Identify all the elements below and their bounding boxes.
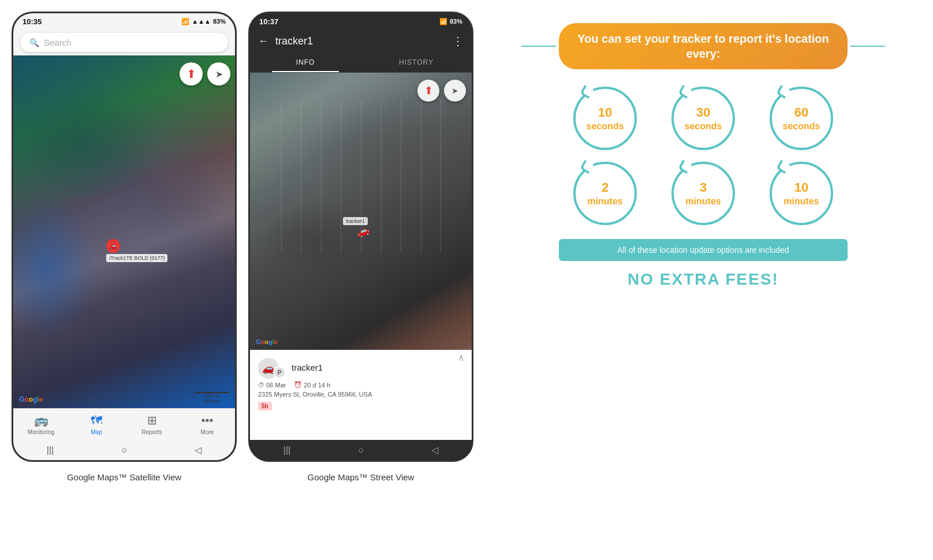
nav-reports-label: Reports bbox=[141, 429, 162, 435]
scale-text-1: 200 mi bbox=[195, 393, 229, 398]
wifi-icon-2: 📶 bbox=[439, 18, 447, 25]
tab-info[interactable]: INFO bbox=[250, 53, 361, 72]
circle-ring-60s: 60 seconds bbox=[770, 87, 833, 150]
info-card: You can set your tracker to report it's … bbox=[485, 12, 921, 300]
info-date: ⏱ 06 Mar bbox=[258, 382, 286, 389]
wifi-icon: 📶 bbox=[181, 18, 189, 25]
panel-handle[interactable]: ∧ bbox=[458, 352, 465, 363]
info-duration: ⏰ 20 d 14 h bbox=[294, 381, 330, 389]
gesture-bar-phone2: ||| ○ ◁ bbox=[250, 440, 472, 460]
street-compass[interactable]: ⬆ bbox=[417, 80, 439, 102]
gesture-back[interactable]: ||| bbox=[36, 445, 65, 456]
battery-icon: 83% bbox=[213, 18, 226, 25]
circle-text-60s: 60 seconds bbox=[783, 105, 820, 132]
battery-icon-2: 83% bbox=[450, 18, 462, 25]
tracker-p-badge: P bbox=[273, 366, 286, 379]
headline-banner: You can set your tracker to report it's … bbox=[559, 23, 848, 69]
gesture2-back[interactable]: ||| bbox=[273, 445, 301, 456]
circle-2-minutes: 2 minutes bbox=[559, 162, 651, 225]
phone2-wrapper: 10:37 📶 83% ← tracker1 ⋮ INFO HISTORY bbox=[248, 12, 473, 482]
circle-ring-2m: 2 minutes bbox=[573, 162, 637, 225]
street-tracker-label: tracker1 bbox=[346, 218, 365, 224]
time-phone2: 10:37 bbox=[259, 17, 278, 26]
circle-value-10s: 10 bbox=[598, 105, 612, 120]
tab-info-label: INFO bbox=[296, 58, 315, 66]
circle-unit-2m: minutes bbox=[587, 196, 622, 207]
status-icons-phone1: 📶 ▲▲▲ 83% bbox=[181, 18, 226, 25]
car-icon: 🚗 bbox=[106, 239, 120, 253]
circle-ring-10s: 10 seconds bbox=[573, 87, 637, 150]
nav-map-label: Map bbox=[91, 429, 102, 435]
circle-unit-10m: minutes bbox=[783, 196, 819, 207]
back-button[interactable]: ← bbox=[258, 35, 268, 47]
location-arrow-button[interactable]: ➤ bbox=[207, 62, 230, 85]
google-logo-map: Google bbox=[19, 395, 43, 404]
google-logo-street: Google bbox=[256, 338, 278, 345]
circle-value-2m: 2 bbox=[602, 180, 609, 195]
status-icons-phone2: 📶 83% bbox=[439, 18, 462, 25]
info-panel: ∧ 🚗 P tracker1 ⏱ 06 Mar ⏰ 20 d 14 h 2325… bbox=[250, 350, 472, 440]
gesture-home[interactable]: ○ bbox=[110, 445, 139, 456]
circle-30-seconds: 30 seconds bbox=[657, 87, 749, 150]
status-bar-phone2: 10:37 📶 83% bbox=[250, 13, 472, 29]
street-map[interactable]: ⬆ ➤ 🚗 tracker1 Google bbox=[250, 73, 472, 350]
marker-label: iTrack1TE BOLD (0177) bbox=[106, 254, 167, 262]
more-button[interactable]: ⋮ bbox=[452, 34, 464, 48]
circle-text-3m: 3 minutes bbox=[685, 180, 721, 207]
search-icon: 🔍 bbox=[29, 38, 39, 47]
circle-unit-30s: seconds bbox=[685, 121, 722, 132]
circle-60-seconds: 60 seconds bbox=[755, 87, 848, 150]
circle-10-seconds: 10 seconds bbox=[559, 87, 651, 150]
tracker-title: tracker1 bbox=[275, 35, 445, 47]
circle-ring-10m: 10 minutes bbox=[770, 162, 833, 225]
scale-text-2: 500 km bbox=[195, 398, 229, 404]
circle-text-30s: 30 seconds bbox=[685, 105, 722, 132]
info-row-top: 🚗 P tracker1 bbox=[258, 356, 464, 379]
street-arrow-icon: ➤ bbox=[451, 86, 458, 95]
circle-10-minutes: 10 minutes bbox=[755, 162, 848, 225]
street-car-label: tracker1 bbox=[343, 217, 368, 225]
nav-monitoring[interactable]: 🚌 Monitoring bbox=[24, 413, 58, 435]
circle-3-minutes: 3 minutes bbox=[657, 162, 749, 225]
info-address: 2325 Myers St, Oroville, CA 95966, USA bbox=[258, 391, 464, 398]
gesture-recents[interactable]: ◁ bbox=[184, 445, 212, 456]
gesture2-recents[interactable]: ◁ bbox=[420, 445, 449, 456]
phone1: 10:35 📶 ▲▲▲ 83% 🔍 Search ⬆ ➤ bbox=[12, 12, 237, 462]
compass-button[interactable]: ⬆ bbox=[180, 62, 203, 85]
circle-ring-3m: 3 minutes bbox=[671, 162, 735, 225]
nav-reports[interactable]: ⊞ Reports bbox=[135, 413, 169, 435]
search-bar[interactable]: 🔍 Search bbox=[13, 29, 235, 55]
nav-more-label: More bbox=[201, 429, 214, 435]
search-input-container[interactable]: 🔍 Search bbox=[20, 33, 228, 52]
phone1-caption: Google Maps™ Satellite View bbox=[67, 472, 181, 482]
top-bar-phone2: ← tracker1 ⋮ bbox=[250, 29, 472, 53]
phone1-wrapper: 10:35 📶 ▲▲▲ 83% 🔍 Search ⬆ ➤ bbox=[12, 12, 237, 482]
search-placeholder: Search bbox=[44, 38, 72, 47]
tab-history[interactable]: HISTORY bbox=[361, 53, 472, 72]
circles-grid: 10 seconds 30 seconds 60 secon bbox=[559, 87, 848, 225]
gesture2-home[interactable]: ○ bbox=[346, 445, 375, 456]
arrow-icon: ➤ bbox=[215, 69, 223, 80]
circle-value-60s: 60 bbox=[794, 105, 808, 120]
duration-value: 20 d 14 h bbox=[304, 382, 330, 389]
circle-unit-10s: seconds bbox=[587, 121, 624, 132]
circle-value-30s: 30 bbox=[696, 105, 710, 120]
monitoring-icon: 🚌 bbox=[34, 413, 48, 427]
nav-monitoring-label: Monitoring bbox=[28, 429, 55, 435]
more-nav-icon: ••• bbox=[201, 414, 213, 427]
circle-unit-3m: minutes bbox=[685, 196, 721, 207]
no-fees-text: All of these location update options are… bbox=[617, 245, 789, 255]
info-meta: ⏱ 06 Mar ⏰ 20 d 14 h bbox=[258, 381, 464, 389]
info-card-inner: You can set your tracker to report it's … bbox=[559, 23, 848, 289]
map-scale: 200 mi 500 km bbox=[195, 392, 229, 404]
satellite-map[interactable]: ⬆ ➤ 🚗 iTrack1TE BOLD (0177) Google 200 m… bbox=[13, 55, 235, 408]
circle-value-3m: 3 bbox=[700, 180, 707, 195]
car-marker: 🚗 iTrack1TE BOLD (0177) bbox=[106, 239, 167, 262]
nav-map[interactable]: 🗺 Map bbox=[79, 414, 114, 435]
no-extra-fees: NO EXTRA FEES! bbox=[559, 270, 848, 289]
status-bar-phone1: 10:35 📶 ▲▲▲ 83% bbox=[13, 13, 235, 29]
no-fees-banner: All of these location update options are… bbox=[559, 239, 848, 261]
nav-more[interactable]: ••• More bbox=[190, 414, 225, 435]
circle-text-10s: 10 seconds bbox=[587, 105, 624, 132]
street-arrow-button[interactable]: ➤ bbox=[444, 80, 466, 102]
